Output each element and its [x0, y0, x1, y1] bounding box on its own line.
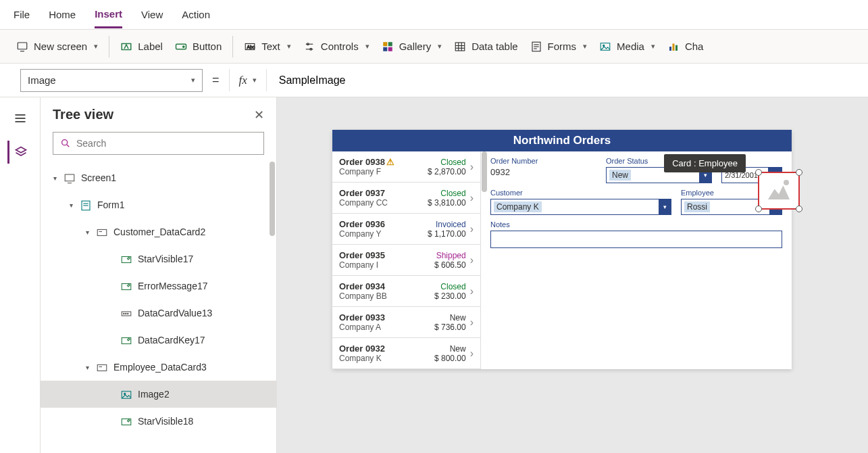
customer-dropdown[interactable]: Company K ▾	[490, 199, 671, 215]
order-company: Company I	[339, 260, 434, 270]
tree-node-Form1[interactable]: ▾Form1	[41, 191, 276, 218]
order-number: Order 0933	[339, 312, 434, 323]
tree-panel: Tree view ✕ ▾Screen1▾Form1▾Customer_Data…	[41, 97, 277, 453]
tree-search-input[interactable]	[76, 138, 257, 149]
selected-image-control[interactable]	[758, 172, 800, 210]
order-item[interactable]: Order 0932Company KNew$ 800.00›	[332, 338, 480, 369]
formula-bar: Image ▾ = fx ▾	[0, 64, 868, 97]
order-number: Order 0937	[339, 188, 428, 198]
media-icon	[599, 41, 611, 53]
property-selector[interactable]: Image ▾	[20, 69, 203, 92]
tree-node-Screen1[interactable]: ▾Screen1	[41, 164, 276, 191]
gallery-icon	[382, 41, 394, 53]
order-number-label: Order Number	[490, 157, 596, 165]
chevron-down-icon: ▾	[287, 42, 291, 51]
svg-rect-15	[455, 43, 465, 51]
dropdown-icon	[120, 308, 132, 318]
controls-label: Controls	[321, 41, 359, 52]
tree-node-StarVisible17[interactable]: StarVisible17	[41, 245, 276, 272]
svg-point-46	[128, 313, 129, 314]
menu-action[interactable]: Action	[182, 2, 210, 27]
order-item[interactable]: Order 0933Company ANew$ 736.00›	[332, 307, 480, 338]
svg-rect-34	[65, 174, 74, 181]
hamburger-button[interactable]	[9, 107, 32, 130]
tree-node-label: Screen1	[81, 172, 116, 183]
order-status: Closed	[428, 189, 466, 198]
label-button[interactable]: Label	[120, 41, 163, 53]
text-label: Text	[261, 41, 280, 52]
menu-home[interactable]: Home	[49, 2, 76, 27]
svg-point-45	[126, 313, 127, 314]
gallery-button[interactable]: Gallery ▾	[382, 41, 442, 53]
order-number: Order 0938⚠	[339, 157, 428, 167]
app-frame: Northwind Orders Order 0938⚠Company FClo…	[332, 130, 792, 369]
new-screen-label: New screen	[34, 41, 87, 52]
text-button[interactable]: Abc Text ▾	[244, 41, 291, 53]
chevron-down-icon: ▾	[253, 76, 257, 85]
card-tooltip: Card : Employee	[664, 154, 746, 172]
order-item[interactable]: Order 0937Company CCClosed$ 3,810.00›	[332, 183, 480, 214]
resize-handle[interactable]	[755, 169, 762, 176]
svg-point-32	[62, 140, 68, 145]
close-tree-button[interactable]: ✕	[254, 108, 264, 122]
order-item[interactable]: Order 0934Company BBClosed$ 230.00›	[332, 276, 480, 307]
menu-file[interactable]: File	[14, 2, 30, 27]
main: Tree view ✕ ▾Screen1▾Form1▾Customer_Data…	[0, 97, 868, 453]
order-company: Company F	[339, 167, 428, 176]
canvas[interactable]: Northwind Orders Order 0938⚠Company FClo…	[277, 97, 868, 453]
notes-input[interactable]	[490, 231, 782, 248]
label-label: Label	[138, 41, 163, 52]
tree-node-StarVisible18[interactable]: StarVisible18	[41, 408, 276, 435]
order-price: $ 800.00	[434, 354, 466, 363]
tree-view-button[interactable]	[7, 141, 30, 164]
tree-node-Employee_DataCard3[interactable]: ▾Employee_DataCard3	[41, 354, 276, 381]
tree-node-DataCardValue13[interactable]: DataCardValue13	[41, 300, 276, 327]
fx-button[interactable]: fx ▾	[229, 69, 267, 91]
media-button[interactable]: Media ▾	[599, 41, 655, 53]
menu-view[interactable]: View	[141, 2, 163, 27]
tree: ▾Screen1▾Form1▾Customer_DataCard2StarVis…	[41, 162, 276, 453]
pencil-icon	[120, 281, 132, 291]
tree-search[interactable]	[53, 132, 264, 155]
new-screen-button[interactable]: New screen ▾	[16, 41, 98, 53]
data-table-button[interactable]: Data table	[454, 41, 517, 53]
tree-node-Image2[interactable]: Image2	[41, 381, 276, 408]
resize-handle[interactable]	[796, 169, 802, 176]
scrollbar[interactable]	[270, 162, 275, 236]
employee-value: Rossi	[684, 201, 710, 212]
svg-rect-48	[97, 365, 107, 371]
tree-node-DataCardKey17[interactable]: DataCardKey17	[41, 327, 276, 354]
svg-rect-14	[388, 47, 392, 51]
order-item[interactable]: Order 0938⚠Company FClosed$ 2,870.00›	[332, 151, 480, 183]
tree-node-Customer_DataCard2[interactable]: ▾Customer_DataCard2	[41, 218, 276, 245]
tree-node-ErrorMessage17[interactable]: ErrorMessage17	[41, 272, 276, 300]
tree-node-label: Image2	[138, 389, 170, 400]
order-item[interactable]: Order 0935Company IShipped$ 606.50›	[332, 245, 480, 276]
data-table-label: Data table	[471, 41, 517, 52]
resize-handle[interactable]	[755, 206, 762, 212]
warning-icon: ⚠	[386, 157, 394, 167]
button-button[interactable]: Button	[175, 41, 222, 53]
chevron-down-icon: ▾	[651, 42, 655, 51]
forms-button[interactable]: Forms ▾	[530, 41, 588, 53]
menu-insert[interactable]: Insert	[95, 1, 122, 28]
tree-node-label: Employee_DataCard3	[113, 362, 207, 373]
order-number: Order 0935	[339, 250, 434, 260]
order-price: $ 606.50	[434, 260, 466, 270]
resize-handle[interactable]	[796, 206, 802, 212]
order-item[interactable]: Order 0936Company YInvoiced$ 1,170.00›	[332, 214, 480, 245]
svg-rect-28	[675, 45, 678, 50]
chevron-down-icon: ▾	[191, 76, 195, 85]
customer-label: Customer	[490, 189, 671, 197]
tree-node-label: DataCardValue13	[138, 308, 212, 318]
order-status-value: New	[609, 170, 631, 181]
pencil-icon	[120, 254, 132, 264]
card-icon	[96, 226, 108, 237]
controls-button[interactable]: Controls ▾	[303, 41, 369, 53]
order-status: Closed	[434, 282, 466, 291]
button-icon	[175, 41, 187, 53]
screen-plus-icon	[16, 41, 28, 53]
svg-rect-13	[383, 47, 387, 51]
charts-button[interactable]: Cha	[667, 41, 704, 53]
formula-input[interactable]	[276, 69, 848, 92]
